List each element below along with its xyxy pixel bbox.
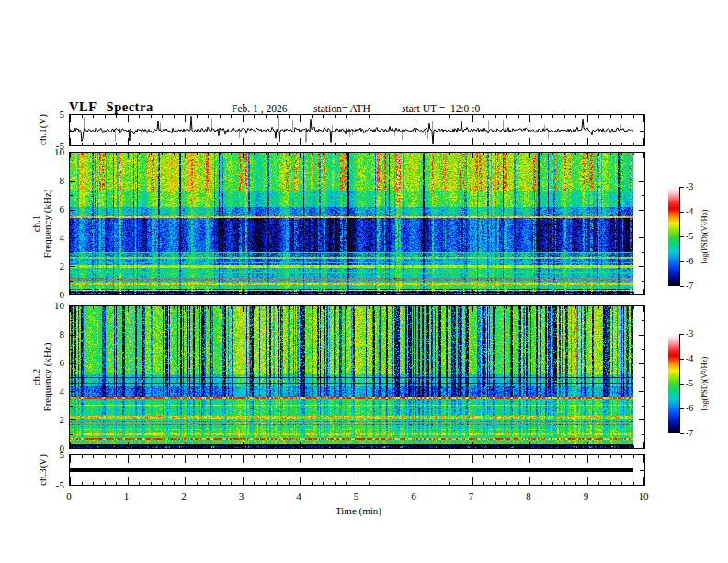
colorbar-tick (680, 334, 684, 335)
ch1-spectrogram-canvas (70, 153, 644, 294)
ch2-freq-tick-label: 2 (46, 415, 64, 425)
colorbar-tick-label: -7 (686, 429, 706, 438)
x-tick-label: 9 (574, 491, 598, 501)
ch2-frequency-axis-label: ch.2 Frequency (kHz) (30, 343, 52, 412)
ch1-spectrogram-panel (69, 152, 645, 295)
x-tick-label: 7 (460, 491, 483, 501)
x-tick-label: 0 (57, 491, 81, 501)
x-tick-label: 5 (345, 491, 369, 501)
x-tick-label: 6 (402, 491, 426, 501)
station-label: station= ATH (313, 103, 370, 114)
ch1-waveform-panel (69, 114, 645, 146)
ch1-spec-label-line1: ch.1 (30, 190, 41, 259)
ch1-freq-tick-label: 8 (46, 176, 64, 186)
ch1-frequency-axis-label: ch.1 Frequency (kHz) (30, 190, 52, 259)
x-tick-label: 8 (517, 491, 540, 501)
x-tick-label: 10 (631, 491, 655, 501)
ch1-volt-tick-label: 5 (46, 109, 64, 120)
colorbar-tick-label: -3 (686, 182, 706, 191)
colorbar-tick-label: -5 (686, 379, 706, 388)
x-tick-label: 4 (287, 491, 311, 501)
ch2-freq-tick-label: 4 (46, 386, 64, 396)
colorbar-tick (680, 359, 684, 360)
x-tick-label: 3 (230, 491, 254, 501)
colorbar-tick-label: -4 (686, 207, 706, 216)
ch3-volt-tick-label: 5 (46, 450, 64, 460)
colorbar-tick-label: -4 (686, 354, 706, 363)
figure-title: VLF Spectra (69, 99, 154, 115)
colorbar-tick-label: -6 (686, 257, 706, 266)
vlf-spectra-figure: VLF Spectra Feb. 1 , 2026 station= ATH s… (0, 0, 728, 563)
ch2-spectrogram-canvas (70, 306, 644, 448)
ch1-freq-tick-label: 0 (46, 290, 64, 300)
ch2-spectrogram-panel (69, 305, 645, 449)
colorbar-ch1 (668, 187, 680, 286)
ch2-spec-label-line2: Frequency (kHz) (41, 343, 52, 412)
colorbar-tick (680, 236, 684, 237)
x-tick-label: 2 (172, 491, 196, 501)
colorbar-tick-label: -5 (686, 232, 706, 241)
ch1-freq-tick-label: 6 (46, 204, 64, 214)
ch1-volt-tick-label: -5 (46, 141, 64, 151)
colorbar-tick (680, 384, 684, 385)
colorbar-ch2 (668, 334, 680, 433)
x-axis-label: Time (min) (313, 505, 404, 516)
colorbar-tick-label: -7 (686, 282, 706, 291)
ch2-freq-tick-label: 10 (46, 301, 64, 311)
colorbar-tick (680, 187, 684, 188)
colorbar-tick (680, 261, 684, 262)
ch3-volt-tick-label: -5 (46, 480, 64, 490)
ch2-freq-tick-label: 8 (46, 329, 64, 339)
ch2-freq-tick-label: 6 (46, 358, 64, 368)
colorbar-tick-label: -6 (686, 404, 706, 413)
colorbar-tick (680, 433, 684, 434)
ch1-freq-tick-label: 4 (46, 233, 64, 243)
ch3-waveform-panel (69, 454, 645, 486)
ch1-spec-label-line2: Frequency (kHz) (41, 190, 52, 259)
ch1-waveform-canvas (70, 115, 644, 145)
colorbar-tick (680, 212, 684, 213)
ch3-waveform-canvas (70, 455, 644, 485)
colorbar-tick (680, 408, 684, 409)
colorbar-tick-label: -3 (686, 329, 706, 339)
x-tick-label: 1 (115, 491, 139, 501)
date-label: Feb. 1 , 2026 (232, 103, 287, 114)
ch1-freq-tick-label: 2 (46, 261, 64, 271)
colorbar-tick (680, 286, 684, 287)
ch2-spec-label-line1: ch.2 (30, 343, 41, 412)
start-ut-label: start UT = 12:0 :0 (402, 103, 480, 114)
